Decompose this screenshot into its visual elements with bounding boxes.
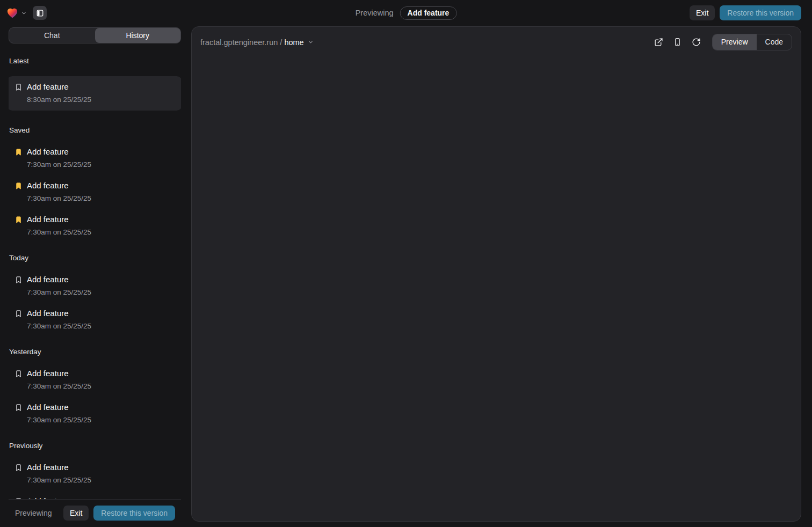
history-section: Saved Add feature 7:30am on 25/25/25 bbox=[9, 126, 181, 238]
open-external-button[interactable] bbox=[651, 35, 666, 50]
history-item-title: Add feature bbox=[27, 367, 91, 380]
history-item[interactable]: Add feature 7:30am on 25/25/25 bbox=[9, 401, 181, 426]
url-text: fractal.gptengineer.run / home bbox=[200, 38, 304, 47]
bookmark-outline-icon bbox=[15, 309, 24, 318]
history-item-title: Add feature bbox=[27, 495, 91, 499]
content: Chat History Latest Add feature 8:30am o… bbox=[0, 26, 812, 527]
history-item[interactable]: Add feature 7:30am on 25/25/25 bbox=[9, 495, 181, 499]
preview-header: fractal.gptengineer.run / home bbox=[192, 27, 801, 57]
history-item-timestamp: 7:30am on 25/25/25 bbox=[27, 226, 91, 238]
history-item-timestamp: 8:30am on 25/25/25 bbox=[27, 93, 91, 106]
panel-left-icon bbox=[36, 9, 44, 17]
footer-restore-version-button[interactable]: Restore this version bbox=[93, 506, 175, 521]
history-item-timestamp: 7:30am on 25/25/25 bbox=[27, 474, 91, 486]
bookmark-filled-icon bbox=[15, 215, 24, 224]
history-section: Latest Add feature 8:30am on 25/25/25 bbox=[9, 57, 181, 111]
refresh-button[interactable] bbox=[689, 35, 704, 50]
topbar-actions: Exit Restore this version bbox=[690, 5, 801, 20]
history-item[interactable]: Add feature 7:30am on 25/25/25 bbox=[9, 307, 181, 332]
restore-version-button[interactable]: Restore this version bbox=[720, 5, 801, 20]
history-item-title: Add feature bbox=[27, 179, 91, 192]
preview-viewport[interactable] bbox=[192, 57, 801, 521]
bookmark-filled-icon bbox=[15, 148, 24, 157]
tab-history[interactable]: History bbox=[95, 28, 181, 43]
bookmark-outline-icon bbox=[15, 369, 24, 378]
mobile-view-button[interactable] bbox=[670, 35, 685, 50]
history-section: Yesterday Add feature 7:30am on 25/25/25 bbox=[9, 348, 181, 426]
url-chevron-down-icon[interactable] bbox=[308, 39, 314, 45]
history-item[interactable]: Add feature 7:30am on 25/25/25 bbox=[9, 273, 181, 298]
history-item-timestamp: 7:30am on 25/25/25 bbox=[27, 380, 91, 392]
history-item-timestamp: 7:30am on 25/25/25 bbox=[27, 320, 91, 332]
tab-preview[interactable]: Preview bbox=[713, 34, 757, 50]
bookmark-filled-icon bbox=[15, 181, 24, 191]
brand bbox=[6, 6, 47, 20]
bookmark-outline-icon bbox=[15, 83, 24, 92]
history-item-timestamp: 7:30am on 25/25/25 bbox=[27, 192, 91, 204]
sidebar-tabs: Chat History bbox=[9, 27, 181, 43]
preview-panel: fractal.gptengineer.run / home bbox=[191, 26, 801, 522]
url-page: home bbox=[284, 38, 303, 47]
main-area: fractal.gptengineer.run / home bbox=[191, 26, 812, 527]
footer-previewing-label: Previewing bbox=[15, 509, 52, 517]
previewing-label: Previewing bbox=[356, 9, 394, 17]
history-item-timestamp: 7:30am on 25/25/25 bbox=[27, 414, 91, 426]
history-item[interactable]: Add feature 8:30am on 25/25/25 bbox=[9, 76, 181, 111]
version-pill[interactable]: Add feature bbox=[400, 6, 457, 20]
history-section-title: Yesterday bbox=[9, 348, 181, 356]
history-item[interactable]: Add feature 7:30am on 25/25/25 bbox=[9, 461, 181, 486]
history-section-title: Latest bbox=[9, 57, 181, 65]
history-item-timestamp: 7:30am on 25/25/25 bbox=[27, 286, 91, 298]
bookmark-outline-icon bbox=[15, 403, 24, 412]
history-item-title: Add feature bbox=[27, 461, 91, 474]
rotate-cw-icon bbox=[692, 38, 701, 47]
bookmark-outline-icon bbox=[15, 275, 24, 284]
history-item[interactable]: Add feature 7:30am on 25/25/25 bbox=[9, 179, 181, 204]
history-list: Latest Add feature 8:30am on 25/25/25 Sa… bbox=[9, 43, 181, 499]
lovable-heart-logo-icon[interactable] bbox=[6, 8, 18, 18]
tab-code[interactable]: Code bbox=[757, 34, 792, 50]
history-item-title: Add feature bbox=[27, 401, 91, 414]
history-item-title: Add feature bbox=[27, 273, 91, 286]
history-section: Today Add feature 7:30am on 25/25/25 bbox=[9, 254, 181, 332]
history-item-title: Add feature bbox=[27, 145, 91, 158]
url-prefix: fractal.gptengineer.run / bbox=[200, 38, 284, 47]
tab-chat[interactable]: Chat bbox=[9, 28, 95, 43]
topbar: Previewing Add feature Exit Restore this… bbox=[0, 0, 812, 26]
preview-tools: Preview Code bbox=[651, 34, 792, 50]
bookmark-outline-icon bbox=[15, 463, 24, 472]
url-bar[interactable]: fractal.gptengineer.run / home bbox=[200, 38, 314, 47]
history-item-title: Add feature bbox=[27, 307, 91, 320]
history-item-title: Add feature bbox=[27, 213, 91, 226]
history-item-timestamp: 7:30am on 25/25/25 bbox=[27, 158, 91, 171]
history-section-title: Previously bbox=[9, 442, 181, 450]
workspace-chevron-down-icon[interactable] bbox=[21, 10, 27, 16]
external-link-icon bbox=[654, 38, 663, 47]
preview-status: Previewing Add feature bbox=[356, 0, 457, 26]
history-section-title: Saved bbox=[9, 126, 181, 134]
history-sidebar: Chat History Latest Add feature 8:30am o… bbox=[0, 26, 191, 527]
history-section: Previously Add feature 7:30am on 25/25/2… bbox=[9, 442, 181, 499]
sidebar-footer: Previewing Exit Restore this version bbox=[9, 499, 181, 527]
history-section-title: Today bbox=[9, 254, 181, 262]
view-mode-tabs: Preview Code bbox=[712, 34, 792, 50]
history-item[interactable]: Add feature 7:30am on 25/25/25 bbox=[9, 145, 181, 171]
exit-button[interactable]: Exit bbox=[690, 5, 715, 20]
history-item[interactable]: Add feature 7:30am on 25/25/25 bbox=[9, 213, 181, 238]
smartphone-icon bbox=[673, 38, 682, 47]
sidebar-toggle-button[interactable] bbox=[33, 6, 47, 20]
history-item-title: Add feature bbox=[27, 80, 91, 93]
history-item[interactable]: Add feature 7:30am on 25/25/25 bbox=[9, 367, 181, 392]
footer-exit-button[interactable]: Exit bbox=[63, 506, 89, 521]
